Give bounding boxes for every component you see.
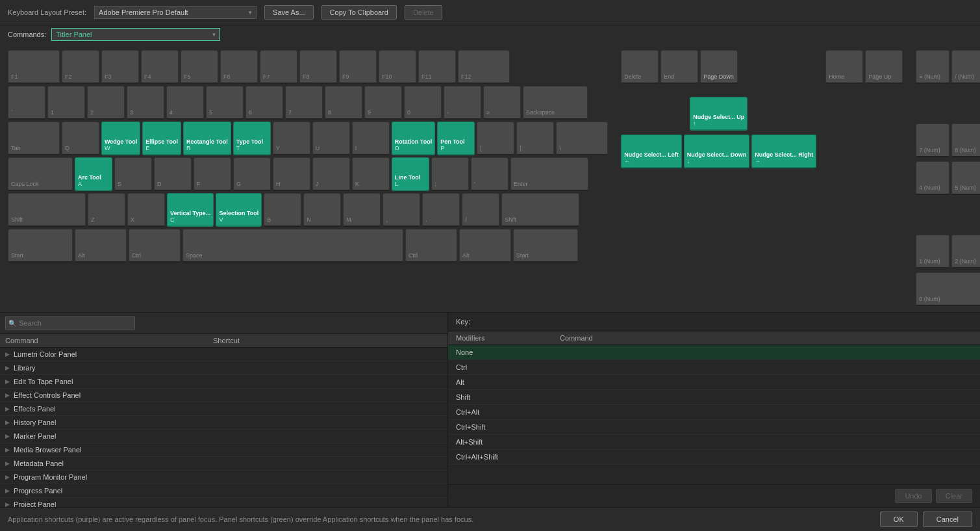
cmd-edit-to-tape[interactable]: ▶ Edit To Tape Panel	[0, 375, 447, 389]
key-f6[interactable]: F6	[220, 50, 258, 84]
key-g[interactable]: G	[233, 157, 271, 191]
key-start-left[interactable]: Start	[8, 229, 73, 263]
key-tab[interactable]: Tab	[8, 122, 60, 155]
cmd-progress[interactable]: ▶ Progress Panel	[0, 484, 447, 498]
key-f[interactable]: F	[194, 157, 231, 191]
save-as-button[interactable]: Save As...	[264, 5, 314, 19]
key-y[interactable]: Y	[273, 122, 310, 155]
key-0[interactable]: 0	[404, 86, 442, 120]
cancel-button[interactable]: Cancel	[923, 512, 972, 527]
key-slash[interactable]: /	[462, 193, 499, 227]
key-t[interactable]: Type ToolT	[233, 122, 271, 155]
key-backtick[interactable]: `	[8, 86, 45, 120]
key-equals[interactable]: =	[483, 86, 521, 120]
key-alt-right[interactable]: Alt	[459, 229, 511, 263]
key-shift-right[interactable]: Shift	[501, 193, 579, 227]
key-enter[interactable]: Enter	[510, 157, 588, 191]
clear-button[interactable]: Clear	[936, 489, 972, 503]
key-2[interactable]: 2	[87, 86, 125, 120]
mod-row-ctrl-alt[interactable]: Ctrl+Alt	[448, 405, 980, 420]
key-backslash[interactable]: \	[556, 122, 608, 155]
key-r[interactable]: Rectangle ToolR	[183, 122, 231, 155]
key-z[interactable]: Z	[88, 193, 125, 227]
key-v[interactable]: Selection ToolV	[216, 193, 262, 227]
key-8[interactable]: 8	[325, 86, 362, 120]
key-f9[interactable]: F9	[339, 50, 377, 84]
key-num-equals[interactable]: = (Num)	[916, 50, 949, 84]
mod-row-ctrl-alt-shift[interactable]: Ctrl+Alt+Shift	[448, 450, 980, 465]
key-right[interactable]: Nudge Select... Right→	[751, 135, 816, 168]
key-left[interactable]: Nudge Select... Left←	[621, 135, 682, 168]
key-start-right[interactable]: Start	[513, 229, 578, 263]
cmd-project[interactable]: ▶ Project Panel	[0, 498, 447, 507]
key-e[interactable]: Ellipse ToolE	[142, 122, 181, 155]
key-num-slash[interactable]: / (Num)	[951, 50, 980, 84]
key-home[interactable]: Home	[825, 50, 863, 84]
cmd-library[interactable]: ▶ Library	[0, 361, 447, 375]
cmd-effects[interactable]: ▶ Effects Panel	[0, 402, 447, 416]
key-backspace[interactable]: Backspace	[523, 86, 588, 120]
key-f5[interactable]: F5	[181, 50, 218, 84]
copy-to-clipboard-button[interactable]: Copy To Clipboard	[321, 5, 397, 19]
key-f7[interactable]: F7	[260, 50, 297, 84]
key-capslock[interactable]: Caps Lock	[8, 157, 73, 191]
key-k[interactable]: K	[352, 157, 390, 191]
key-5[interactable]: 5	[206, 86, 244, 120]
search-input[interactable]	[5, 317, 135, 330]
key-b[interactable]: B	[264, 193, 301, 227]
key-period[interactable]: .	[422, 193, 460, 227]
key-pageup[interactable]: Page Up	[865, 50, 903, 84]
key-minus[interactable]: -	[444, 86, 481, 120]
key-6[interactable]: 6	[245, 86, 283, 120]
key-up[interactable]: Nudge Select... Up↑	[690, 97, 748, 131]
key-down[interactable]: Nudge Select... Down↓	[684, 135, 750, 168]
key-f4[interactable]: F4	[141, 50, 179, 84]
key-f10[interactable]: F10	[379, 50, 416, 84]
cmd-effect-controls[interactable]: ▶ Effect Controls Panel	[0, 389, 447, 402]
delete-button[interactable]: Delete	[405, 5, 442, 19]
key-num-4[interactable]: 4 (Num)	[916, 161, 949, 195]
key-delete[interactable]: Delete	[621, 50, 659, 84]
key-x[interactable]: X	[127, 193, 165, 227]
key-a[interactable]: Arc ToolA	[75, 157, 112, 191]
key-q[interactable]: Q	[62, 122, 99, 155]
key-space[interactable]: Space	[182, 229, 403, 263]
key-f3[interactable]: F3	[101, 50, 139, 84]
key-ctrl-left[interactable]: Ctrl	[129, 229, 181, 263]
key-m[interactable]: M	[343, 193, 381, 227]
key-9[interactable]: 9	[364, 86, 402, 120]
undo-button[interactable]: Undo	[895, 489, 931, 503]
key-l[interactable]: Line ToolL	[392, 157, 429, 191]
key-rbracket[interactable]: ]	[516, 122, 554, 155]
cmd-lumetri[interactable]: ▶ Lumetri Color Panel	[0, 348, 447, 361]
key-num-7[interactable]: 7 (Num)	[916, 123, 949, 157]
cmd-program-monitor[interactable]: ▶ Program Monitor Panel	[0, 471, 447, 484]
key-f11[interactable]: F11	[418, 50, 456, 84]
key-d[interactable]: D	[154, 157, 192, 191]
key-h[interactable]: H	[273, 157, 310, 191]
mod-row-alt-shift[interactable]: Alt+Shift	[448, 435, 980, 450]
mod-row-none[interactable]: None	[448, 345, 980, 360]
key-f2[interactable]: F2	[62, 50, 99, 84]
mod-row-ctrl-shift[interactable]: Ctrl+Shift	[448, 420, 980, 435]
key-num-8[interactable]: 8 (Num)	[951, 123, 980, 157]
key-n[interactable]: N	[303, 193, 341, 227]
key-pagedown[interactable]: Page Down	[700, 50, 738, 84]
key-f12[interactable]: F12	[458, 50, 510, 84]
cmd-metadata[interactable]: ▶ Metadata Panel	[0, 457, 447, 471]
key-num-2[interactable]: 2 (Num)	[951, 235, 980, 268]
key-num-1[interactable]: 1 (Num)	[916, 235, 949, 268]
key-1[interactable]: 1	[47, 86, 85, 120]
cmd-history[interactable]: ▶ History Panel	[0, 416, 447, 430]
key-lbracket[interactable]: [	[477, 122, 514, 155]
key-c[interactable]: Vertical Type...C	[167, 193, 214, 227]
cmd-media-browser[interactable]: ▶ Media Browser Panel	[0, 443, 447, 457]
key-i[interactable]: I	[352, 122, 390, 155]
key-3[interactable]: 3	[127, 86, 164, 120]
key-num-5[interactable]: 5 (Num)	[951, 161, 980, 195]
key-u[interactable]: U	[312, 122, 350, 155]
key-semicolon[interactable]: ;	[431, 157, 469, 191]
key-4[interactable]: 4	[166, 86, 204, 120]
mod-row-ctrl[interactable]: Ctrl	[448, 360, 980, 375]
key-f8[interactable]: F8	[299, 50, 337, 84]
